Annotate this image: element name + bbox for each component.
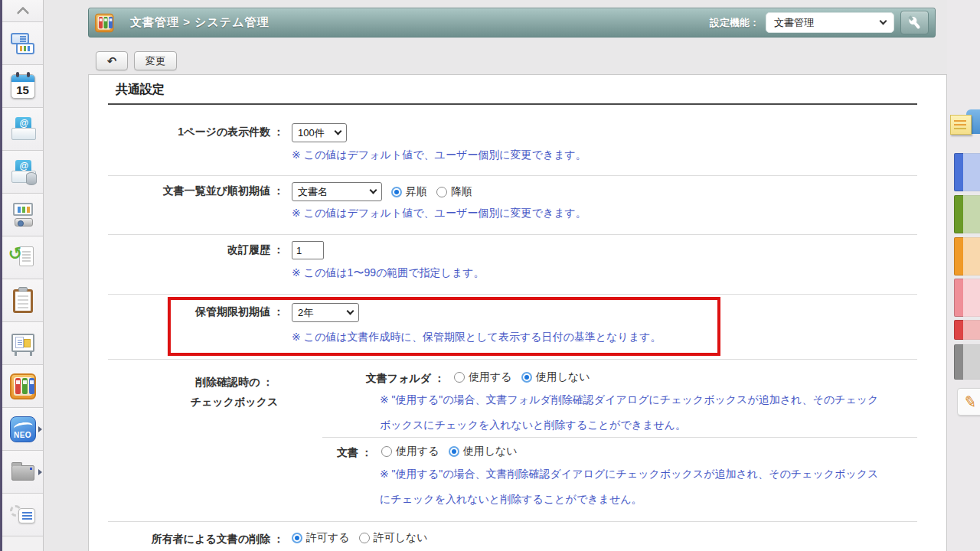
back-icon: ↶ (107, 54, 117, 67)
row-divider (108, 234, 917, 235)
retention-period-label: 保管期限初期値 ： (108, 305, 284, 319)
folder-icon (9, 458, 37, 486)
binder-blue-icon[interactable] (954, 153, 980, 191)
calendar-day: 15 (11, 82, 34, 98)
retention-period-select[interactable]: 2年 (292, 303, 359, 322)
radio-not-allow[interactable]: 許可しない (359, 531, 428, 545)
pencil-icon: ✎ (962, 392, 978, 412)
chevron-down-icon (335, 128, 342, 135)
radio-icon (436, 187, 447, 197)
document-management-icon (95, 13, 113, 31)
bulletin-board-icon (9, 330, 37, 357)
revision-history-input[interactable] (292, 241, 324, 259)
binder-orange-icon[interactable] (954, 237, 980, 276)
page-size-label: 1ページの表示件数 ： (108, 126, 284, 139)
radio-ascending[interactable]: 昇順 (391, 185, 427, 199)
settings-panel: 共通設定 1ページの表示件数 ： 100件 ※ この値はデフォルト値で、ユーザー… (88, 74, 947, 551)
settings-function-label: 設定機能： (710, 16, 760, 30)
page-title: 文書管理 > システム管理 (130, 15, 270, 30)
row-divider (108, 294, 917, 295)
row-divider (108, 359, 917, 360)
sort-order-note: ※ この値はデフォルト値で、ユーザー個別に変更できます。 (292, 201, 586, 226)
sort-order-label: 文書一覧並び順初期値 ： (108, 184, 284, 198)
section-title: 共通設定 (116, 82, 165, 98)
radio-descending[interactable]: 降順 (436, 185, 472, 199)
settings-function-select[interactable]: 文書管理 (766, 12, 894, 33)
sidebar-item-presentation[interactable] (2, 194, 43, 236)
page-size-select[interactable]: 100件 (292, 123, 347, 142)
expand-arrow-icon[interactable] (38, 426, 42, 432)
radio-icon (381, 446, 392, 457)
chevron-down-icon (347, 308, 354, 315)
retention-period-note: ※ この値は文書作成時に、保管期限として表示する日付の基準となります。 (292, 324, 662, 350)
sidebar-item-circulation[interactable]: ↺ (2, 236, 43, 279)
document-management-icon (10, 373, 36, 399)
sidebar-item-settings-menu[interactable] (2, 494, 43, 536)
radio-allow[interactable]: 許可する (292, 531, 350, 545)
binder-pink-icon[interactable] (954, 279, 980, 317)
change-button[interactable]: 変更 (134, 51, 177, 70)
document-sublabel: 文書 ： (219, 446, 372, 460)
radio-icon (359, 533, 370, 543)
sidebar-item-webmail[interactable]: @ (2, 108, 43, 151)
clipboard-icon (9, 287, 37, 315)
sidebar-item-portal[interactable] (2, 22, 43, 65)
neo-label: NEO (11, 431, 35, 439)
radio-folder-use[interactable]: 使用する (454, 370, 512, 384)
mail-icon: @ (9, 116, 37, 143)
sidebar-edge (0, 0, 2, 551)
sidebar-item-bulletin[interactable] (2, 322, 43, 365)
sort-key-select[interactable]: 文書名 (292, 182, 382, 201)
mail-storage-icon: @ (9, 158, 37, 186)
radio-document-not-use[interactable]: 使用しない (449, 445, 518, 458)
sub-divider (322, 437, 917, 438)
revision-history-label: 改訂履歴 ： (108, 243, 284, 257)
sidebar-item-scroll-up[interactable] (2, 0, 43, 22)
chevron-up-icon (16, 6, 29, 19)
sidebar-item-document-management[interactable] (2, 365, 43, 408)
back-button[interactable]: ↶ (96, 51, 128, 70)
sidebar-item-report[interactable] (2, 279, 43, 322)
sidebar-item-schedule[interactable]: 15 (2, 65, 43, 108)
radio-folder-not-use[interactable]: 使用しない (521, 370, 590, 384)
neo-icon: NEO (10, 416, 36, 442)
expand-arrow-icon[interactable] (38, 469, 42, 475)
binder-red-icon[interactable] (954, 320, 980, 340)
document-note: ※ "使用する"の場合、文書削除確認ダイアログにチェックボックスが追加され、その… (380, 461, 885, 512)
radio-document-use[interactable]: 使用する (381, 445, 439, 458)
memo-note-icon[interactable] (947, 109, 980, 146)
presentation-icon (9, 201, 37, 229)
sidebar-item-cabinet[interactable] (2, 451, 43, 494)
sidebar-item-mail-storage[interactable]: @ (2, 151, 43, 194)
folder-note: ※ "使用する"の場合、文書フォルダ削除確認ダイアログにチェックボックスが追加さ… (380, 387, 885, 438)
binder-green-icon[interactable] (954, 195, 980, 233)
settings-function-value: 文書管理 (774, 16, 814, 30)
row-divider (108, 521, 917, 522)
settings-menu-icon (9, 501, 37, 529)
chevron-down-icon (370, 187, 377, 194)
wrench-button[interactable] (900, 11, 929, 34)
sidebar-item-desknets-neo[interactable]: NEO (2, 408, 43, 451)
pencil-button[interactable]: ✎ (957, 388, 980, 416)
radio-icon (292, 533, 302, 543)
radio-icon (521, 372, 532, 383)
page-size-note: ※ この値はデフォルト値で、ユーザー個別に変更できます。 (292, 142, 586, 168)
page: 15 @ @ ↺ NEO 文書管理 > システム管理 設定機能： 文書管理 (0, 0, 980, 551)
radio-icon (391, 187, 402, 197)
row-divider (108, 175, 917, 176)
owner-delete-label: 所有者による文書の削除 ： (108, 533, 284, 546)
chevron-down-icon (880, 18, 887, 25)
portal-icon (9, 30, 37, 57)
app-sidebar: 15 @ @ ↺ NEO (0, 0, 44, 551)
section-underline (108, 103, 917, 105)
calendar-icon: 15 (11, 74, 35, 99)
circulation-icon: ↺ (9, 244, 37, 272)
folder-sublabel: 文書フォルダ ： (292, 372, 445, 386)
toolbar: ↶ 変更 (96, 51, 177, 70)
right-rail: ✎ (947, 0, 980, 551)
wrench-icon (905, 13, 924, 32)
binder-gray-icon[interactable] (954, 344, 980, 380)
radio-icon (449, 446, 459, 457)
radio-icon (454, 372, 465, 383)
revision-history-note: ※ この値は1〜99の範囲で指定します。 (292, 260, 485, 285)
